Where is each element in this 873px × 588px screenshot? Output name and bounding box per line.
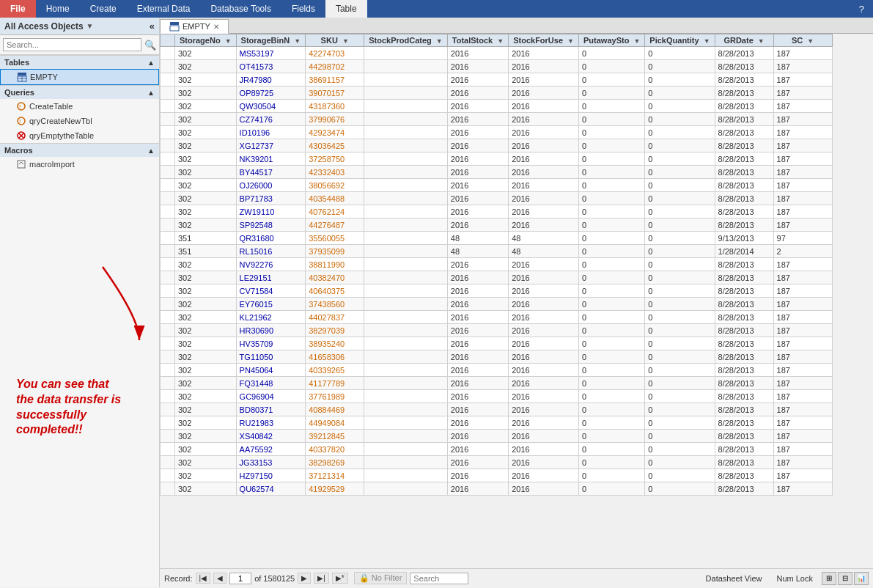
table-cell[interactable]: 48 bbox=[509, 245, 579, 258]
table-cell[interactable]: 187 bbox=[773, 364, 832, 377]
col-header-StorageBinN[interactable]: StorageBinN ▼ bbox=[236, 34, 306, 47]
table-cell[interactable]: 2016 bbox=[509, 152, 579, 166]
table-cell[interactable]: 38297039 bbox=[306, 324, 364, 337]
table-cell[interactable]: 2016 bbox=[447, 298, 508, 311]
table-cell[interactable]: 187 bbox=[773, 139, 832, 152]
table-cell[interactable]: 8/28/2013 bbox=[715, 298, 773, 311]
table-cell[interactable]: 2016 bbox=[509, 350, 579, 364]
no-filter-button[interactable]: 🔒 No Filter bbox=[354, 572, 408, 584]
table-cell[interactable] bbox=[364, 311, 448, 324]
table-cell[interactable]: 187 bbox=[773, 87, 832, 100]
table-cell[interactable]: 0 bbox=[579, 443, 645, 456]
table-cell[interactable]: 0 bbox=[645, 416, 715, 430]
table-cell[interactable]: 2016 bbox=[447, 324, 508, 337]
table-cell[interactable]: 2016 bbox=[447, 456, 508, 469]
table-cell[interactable]: 2016 bbox=[509, 258, 579, 271]
table-cell[interactable]: 187 bbox=[773, 284, 832, 298]
tab-EMPTY[interactable]: EMPTY ✕ bbox=[160, 19, 229, 34]
table-cell[interactable]: 2016 bbox=[447, 87, 508, 100]
table-cell[interactable]: 2016 bbox=[447, 469, 508, 482]
col-header-StorageNo[interactable]: StorageNo ▼ bbox=[175, 34, 237, 47]
table-cell[interactable]: 41177789 bbox=[306, 377, 364, 390]
table-cell[interactable]: 187 bbox=[773, 218, 832, 232]
table-cell[interactable]: 0 bbox=[645, 456, 715, 469]
table-cell[interactable]: 2016 bbox=[509, 364, 579, 377]
table-cell[interactable]: 0 bbox=[645, 87, 715, 100]
table-cell[interactable]: 0 bbox=[645, 324, 715, 337]
table-cell[interactable]: 302 bbox=[175, 192, 237, 205]
table-cell[interactable] bbox=[364, 258, 448, 271]
table-cell[interactable]: 2016 bbox=[447, 139, 508, 152]
table-cell[interactable]: 48 bbox=[447, 232, 508, 245]
table-cell[interactable]: 0 bbox=[645, 469, 715, 482]
sidebar-item-CreateTable[interactable]: ! CreateTable bbox=[0, 99, 159, 114]
table-cell[interactable]: 2016 bbox=[447, 113, 508, 126]
table-cell[interactable]: 2016 bbox=[447, 166, 508, 179]
sidebar-item-qryEmptytheTable[interactable]: qryEmptytheTable bbox=[0, 128, 159, 143]
table-cell[interactable]: 302 bbox=[175, 47, 237, 60]
table-cell[interactable]: 302 bbox=[175, 482, 237, 496]
table-cell[interactable]: 0 bbox=[645, 126, 715, 139]
table-cell[interactable]: 0 bbox=[645, 232, 715, 245]
nav-next-button[interactable]: ▶ bbox=[298, 573, 311, 584]
table-cell[interactable]: 2016 bbox=[509, 390, 579, 403]
table-cell[interactable]: 302 bbox=[175, 430, 237, 443]
table-cell[interactable]: 40339265 bbox=[306, 364, 364, 377]
table-cell[interactable]: HV35709 bbox=[236, 337, 306, 350]
nav-new-button[interactable]: ▶* bbox=[332, 573, 348, 584]
table-cell[interactable]: 8/28/2013 bbox=[715, 87, 773, 100]
table-cell[interactable]: 37990676 bbox=[306, 113, 364, 126]
table-cell[interactable]: 39212845 bbox=[306, 430, 364, 443]
table-cell[interactable]: CZ74176 bbox=[236, 113, 306, 126]
table-cell[interactable]: 0 bbox=[579, 245, 645, 258]
table-cell[interactable]: 37761989 bbox=[306, 390, 364, 403]
table-cell[interactable]: 0 bbox=[579, 47, 645, 60]
table-cell[interactable]: 8/28/2013 bbox=[715, 364, 773, 377]
table-cell[interactable]: 8/28/2013 bbox=[715, 47, 773, 60]
table-cell[interactable]: 2016 bbox=[509, 218, 579, 232]
table-cell[interactable]: 2016 bbox=[509, 113, 579, 126]
table-cell[interactable]: 37935099 bbox=[306, 245, 364, 258]
table-cell[interactable]: PN45064 bbox=[236, 364, 306, 377]
table-cell[interactable] bbox=[364, 126, 448, 139]
table-cell[interactable]: 0 bbox=[579, 126, 645, 139]
table-cell[interactable]: 302 bbox=[175, 403, 237, 416]
table-cell[interactable] bbox=[364, 284, 448, 298]
table-cell[interactable] bbox=[364, 179, 448, 192]
table-cell[interactable]: 302 bbox=[175, 271, 237, 284]
table-cell[interactable]: 302 bbox=[175, 298, 237, 311]
row-selector[interactable] bbox=[161, 482, 175, 496]
table-cell[interactable]: 2016 bbox=[509, 298, 579, 311]
table-cell[interactable]: 2016 bbox=[509, 430, 579, 443]
sidebar-section-tables[interactable]: Tables ▲ bbox=[0, 55, 159, 69]
table-cell[interactable]: 302 bbox=[175, 350, 237, 364]
row-selector[interactable] bbox=[161, 350, 175, 364]
table-cell[interactable]: 40884469 bbox=[306, 403, 364, 416]
table-cell[interactable]: LE29151 bbox=[236, 271, 306, 284]
table-cell[interactable]: 42332403 bbox=[306, 166, 364, 179]
table-cell[interactable]: 2016 bbox=[447, 47, 508, 60]
table-cell[interactable]: HR30690 bbox=[236, 324, 306, 337]
row-selector[interactable] bbox=[161, 390, 175, 403]
table-cell[interactable]: 187 bbox=[773, 377, 832, 390]
table-cell[interactable]: 302 bbox=[175, 324, 237, 337]
table-cell[interactable]: 2016 bbox=[447, 311, 508, 324]
table-cell[interactable]: 0 bbox=[579, 469, 645, 482]
table-cell[interactable]: 187 bbox=[773, 126, 832, 139]
table-cell[interactable]: 2016 bbox=[447, 337, 508, 350]
table-cell[interactable]: 302 bbox=[175, 284, 237, 298]
table-cell[interactable]: ID10196 bbox=[236, 126, 306, 139]
table-cell[interactable]: 0 bbox=[579, 350, 645, 364]
table-cell[interactable] bbox=[364, 443, 448, 456]
table-cell[interactable]: 8/28/2013 bbox=[715, 416, 773, 430]
table-cell[interactable]: XS40842 bbox=[236, 430, 306, 443]
table-cell[interactable]: 0 bbox=[645, 337, 715, 350]
table-cell[interactable]: 0 bbox=[579, 284, 645, 298]
table-cell[interactable]: 35560055 bbox=[306, 232, 364, 245]
table-cell[interactable]: 37121314 bbox=[306, 469, 364, 482]
table-cell[interactable]: BY44517 bbox=[236, 166, 306, 179]
ribbon-tab-create[interactable]: Create bbox=[80, 0, 127, 18]
table-cell[interactable]: KL21962 bbox=[236, 311, 306, 324]
table-cell[interactable]: 43036425 bbox=[306, 139, 364, 152]
table-cell[interactable] bbox=[364, 100, 448, 113]
